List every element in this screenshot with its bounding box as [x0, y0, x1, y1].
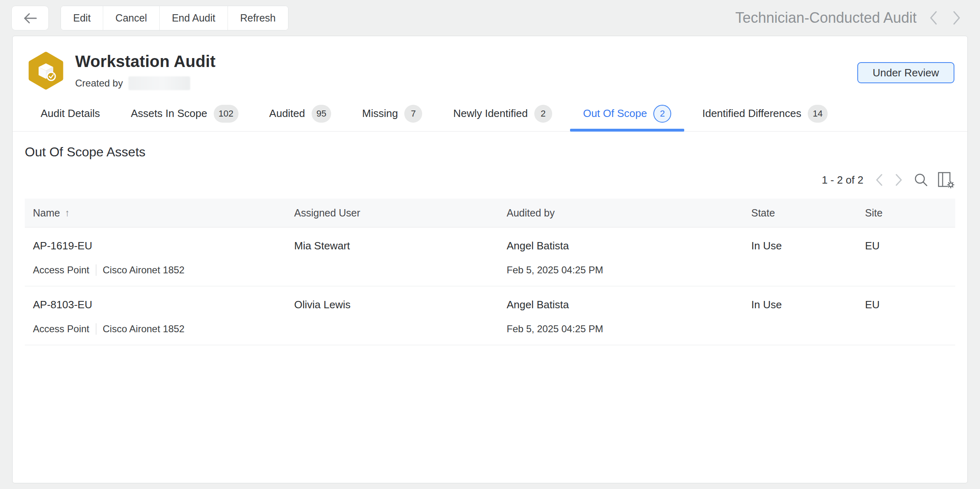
search-icon[interactable] [912, 171, 930, 189]
tab-count-badge: 7 [404, 105, 422, 123]
asset-site: EU [865, 240, 951, 252]
column-header-label: Assigned User [294, 207, 360, 219]
tab-label: Missing [362, 107, 398, 120]
tab-missing[interactable]: Missing 7 [349, 96, 435, 131]
product-type: Access Point [33, 264, 89, 276]
back-button[interactable] [11, 6, 49, 30]
audit-page: Edit Cancel End Audit Refresh Technician… [0, 0, 980, 489]
audited-on-date: Feb 5, 2025 04:25 PM [507, 323, 603, 335]
tab-audit-details[interactable]: Audit Details [28, 96, 113, 131]
asset-name[interactable]: AP-8103-EU [33, 299, 282, 311]
previous-record-icon[interactable] [926, 8, 940, 28]
asset-product-info: Access Point Cisco Aironet 1852 [33, 323, 282, 335]
column-header-label: Audited by [507, 207, 555, 219]
cell-audited-by: Angel Batista Feb 5, 2025 04:25 PM [499, 286, 743, 345]
divider [96, 323, 96, 335]
card-header: Workstation Audit Created by Under Revie… [13, 36, 967, 90]
product-name: Cisco Aironet 1852 [103, 264, 184, 276]
tab-label: Audit Details [41, 107, 100, 120]
assigned-user: Mia Stewart [294, 240, 494, 252]
audited-on: Feb 5, 2025 04:25 PM [507, 323, 739, 335]
status-under-review-button[interactable]: Under Review [857, 62, 954, 83]
audited-by: Angel Batista [507, 240, 739, 252]
tab-count-badge: 2 [653, 105, 671, 123]
column-header-assigned-user[interactable]: Assigned User [286, 199, 499, 227]
context-title: Technician-Conducted Audit [735, 9, 917, 26]
header-text: Workstation Audit Created by [75, 52, 216, 90]
column-header-label: Site [865, 207, 882, 219]
pagination-next-icon[interactable] [893, 173, 905, 187]
end-audit-button[interactable]: End Audit [160, 6, 228, 30]
audited-on-date: Feb 5, 2025 04:25 PM [507, 264, 603, 276]
column-header-label: Name [33, 207, 60, 219]
cell-assigned-user: Mia Stewart [286, 227, 499, 286]
tab-identified-differences[interactable]: Identified Differences 14 [689, 96, 840, 131]
tab-label: Newly Identified [453, 107, 528, 120]
tab-out-of-scope[interactable]: Out Of Scope 2 [570, 96, 685, 131]
product-name: Cisco Aironet 1852 [103, 323, 184, 335]
audit-detail-card: Workstation Audit Created by Under Revie… [12, 36, 968, 483]
tab-count-badge: 14 [808, 105, 827, 123]
asset-state: In Use [751, 299, 853, 311]
asset-name[interactable]: AP-1619-EU [33, 240, 282, 252]
tab-assets-in-scope[interactable]: Assets In Scope 102 [118, 96, 252, 131]
assigned-user: Olivia Lewis [294, 299, 494, 311]
created-by-label: Created by [75, 78, 123, 89]
divider [96, 264, 96, 276]
asset-product-info: Access Point Cisco Aironet 1852 [33, 264, 282, 276]
pagination-prev-icon[interactable] [873, 173, 885, 187]
created-by-row: Created by [75, 76, 216, 90]
back-arrow-icon [22, 12, 38, 24]
column-chooser-icon[interactable] [937, 171, 955, 189]
cell-state: In Use [743, 227, 857, 286]
cancel-button[interactable]: Cancel [103, 6, 160, 30]
column-header-audited-by[interactable]: Audited by [499, 199, 743, 227]
next-record-icon[interactable] [950, 8, 964, 28]
tab-newly-identified[interactable]: Newly Identified 2 [440, 96, 565, 131]
column-header-name[interactable]: Name ↑ [25, 199, 286, 227]
edit-button[interactable]: Edit [61, 6, 103, 30]
refresh-button[interactable]: Refresh [228, 6, 288, 30]
cell-site: EU [857, 227, 955, 286]
toolbar-button-group: Edit Cancel End Audit Refresh [61, 6, 288, 30]
tab-bar: Audit Details Assets In Scope 102 Audite… [13, 96, 967, 132]
column-header-label: State [751, 207, 775, 219]
cell-name: AP-8103-EU Access Point Cisco Aironet 18… [25, 286, 286, 345]
cell-assigned-user: Olivia Lewis [286, 286, 499, 345]
cell-site: EU [857, 286, 955, 345]
active-tab-underline [570, 129, 685, 132]
tab-label: Identified Differences [702, 107, 801, 120]
sort-ascending-icon: ↑ [65, 207, 70, 219]
tab-audited[interactable]: Audited 95 [256, 96, 345, 131]
column-header-site[interactable]: Site [857, 199, 955, 227]
asset-site: EU [865, 299, 951, 311]
tab-count-badge: 102 [214, 105, 238, 123]
list-controls: 1 - 2 of 2 [13, 170, 967, 190]
section-head: Out Of Scope Assets [13, 132, 967, 160]
cell-name: AP-1619-EU Access Point Cisco Aironet 18… [25, 227, 286, 286]
tab-label: Audited [269, 107, 305, 120]
cell-state: In Use [743, 286, 857, 345]
table-row[interactable]: AP-8103-EU Access Point Cisco Aironet 18… [25, 286, 955, 345]
audited-on: Feb 5, 2025 04:25 PM [507, 264, 739, 276]
context-navigation: Technician-Conducted Audit [735, 0, 964, 36]
table-header-row: Name ↑ Assigned User Audited by State Si… [25, 199, 955, 227]
section-title: Out Of Scope Assets [25, 145, 955, 160]
asset-state: In Use [751, 240, 853, 252]
created-by-redacted-name [128, 76, 190, 90]
page-title: Workstation Audit [75, 52, 216, 71]
tab-count-badge: 95 [312, 105, 331, 123]
column-header-state[interactable]: State [743, 199, 857, 227]
audited-by: Angel Batista [507, 299, 739, 311]
tab-label: Out Of Scope [583, 107, 647, 120]
table-row[interactable]: AP-1619-EU Access Point Cisco Aironet 18… [25, 227, 955, 286]
workstation-audit-icon [27, 52, 65, 90]
pagination-count: 1 - 2 of 2 [822, 174, 863, 186]
product-type: Access Point [33, 323, 89, 335]
top-toolbar: Edit Cancel End Audit Refresh Technician… [0, 0, 980, 36]
cell-audited-by: Angel Batista Feb 5, 2025 04:25 PM [499, 227, 743, 286]
out-of-scope-table: Name ↑ Assigned User Audited by State Si… [25, 199, 955, 345]
tab-count-badge: 2 [534, 105, 552, 123]
tab-label: Assets In Scope [131, 107, 207, 120]
